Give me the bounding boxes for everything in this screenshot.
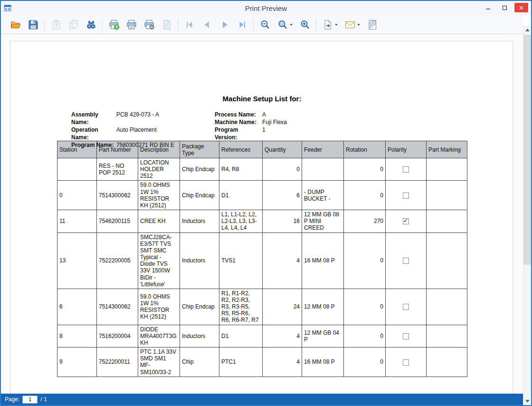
rotation-cell: 0 xyxy=(344,158,386,181)
part-marking-cell xyxy=(427,325,467,347)
report-page: Machine Setup List for: Assembly Name:PC… xyxy=(10,41,513,394)
polarity-cell xyxy=(386,158,427,181)
zoom-icon xyxy=(277,19,288,30)
find-button[interactable] xyxy=(82,17,100,32)
minimize-icon xyxy=(485,5,491,10)
polarity-checkbox xyxy=(403,359,409,366)
part-marking-cell xyxy=(427,289,467,325)
next-page-button[interactable] xyxy=(216,17,233,32)
last-page-button[interactable] xyxy=(233,17,251,32)
assembly-name-value: PCB 429-073 - A xyxy=(116,111,159,126)
print-status-button[interactable]: ? xyxy=(105,17,123,32)
print-button[interactable] xyxy=(123,17,140,32)
report-title: Machine Setup List for: xyxy=(57,95,467,103)
station-cell: 0 xyxy=(57,181,97,210)
zoom-out-button[interactable] xyxy=(256,17,274,32)
polarity-cell xyxy=(386,348,427,377)
email-button[interactable] xyxy=(341,17,363,32)
part-number-cell: 7522200005 xyxy=(97,232,138,289)
zoom-button[interactable] xyxy=(274,17,296,32)
page-total: / 1 xyxy=(40,396,47,403)
window-title: Print Preview xyxy=(1,4,531,12)
vertical-scrollbar[interactable] xyxy=(523,26,531,405)
scroll-up-button[interactable] xyxy=(523,26,531,34)
watermark-button[interactable] xyxy=(363,17,381,32)
titlebar: Print Preview xyxy=(1,1,531,15)
table-row: RES - NO POP 2512LOCATION HOLDER 2512Chi… xyxy=(57,158,467,181)
setup-table: StationPart NumberDescriptionPackage Typ… xyxy=(57,141,467,377)
program-version-value: 1 xyxy=(262,126,266,141)
part-marking-cell xyxy=(427,181,467,210)
printer-status-icon: ? xyxy=(108,19,120,30)
rotation-cell: 0 xyxy=(344,232,386,289)
program-name-value: 7580300271 RD BIN E xyxy=(116,141,174,149)
references-cell: R4, R8 xyxy=(219,158,263,181)
operation-name-label: Operation Name: xyxy=(71,126,116,141)
polarity-checkbox xyxy=(403,258,409,264)
zoom-in-button[interactable] xyxy=(296,17,314,32)
polarity-checkbox xyxy=(403,218,409,224)
print-batch-button[interactable] xyxy=(65,17,82,32)
station-cell xyxy=(57,158,97,181)
polarity-checkbox xyxy=(403,193,409,199)
package-type-cell: Inductors xyxy=(180,325,219,347)
description-cell: SMCJ28CA-E3/57T TVS SMT SMC Typical - Di… xyxy=(138,232,180,289)
page-setup-button[interactable] xyxy=(158,17,175,32)
report-meta: Assembly Name:PCB 429-073 - A Operation … xyxy=(57,111,467,135)
open-button[interactable] xyxy=(7,17,24,32)
clipboard-button[interactable]: ? xyxy=(47,17,65,32)
polarity-checkbox xyxy=(403,333,409,339)
minimize-button[interactable] xyxy=(481,3,495,12)
part-number-cell: 7522200011 xyxy=(97,348,138,377)
feeder-cell xyxy=(302,158,344,181)
watermark-icon xyxy=(367,19,378,30)
export-button[interactable] xyxy=(319,17,341,32)
polarity-cell xyxy=(386,289,427,325)
table-row: 117546200115CREE KHInductorsL1, L1-L2, L… xyxy=(57,210,467,232)
feeder-cell: 12 MM GB 08 P MINI CREED xyxy=(302,210,344,232)
page-number-input[interactable] xyxy=(22,396,38,404)
scrollbar-thumb[interactable] xyxy=(524,35,531,264)
references-cell: D1 xyxy=(219,181,263,210)
station-cell: 9 xyxy=(57,348,97,377)
maximize-button[interactable] xyxy=(498,3,512,12)
first-page-button[interactable] xyxy=(180,17,198,32)
description-cell: DIODE MRA4007T3G KH xyxy=(138,325,180,347)
first-page-icon xyxy=(184,19,195,30)
dropdown-caret-icon xyxy=(357,23,361,26)
rotation-cell: 0 xyxy=(344,289,386,325)
feeder-cell: 16 MM 08 P xyxy=(302,348,344,377)
close-button[interactable] xyxy=(514,3,528,12)
save-icon xyxy=(28,19,39,30)
part-number-cell: 7516200004 xyxy=(97,325,138,347)
svg-text:?: ? xyxy=(115,25,117,29)
quantity-cell: 6 xyxy=(263,181,302,210)
polarity-cell xyxy=(386,232,427,289)
previous-page-button[interactable] xyxy=(198,17,216,32)
part-marking-cell xyxy=(427,210,467,232)
print-batch-icon xyxy=(68,19,79,30)
meta-right-block: Process Name:A Machine Name:Fuji Flexa P… xyxy=(215,111,287,141)
print-settings-button[interactable] xyxy=(140,17,158,32)
toolbar-separator xyxy=(253,19,254,31)
table-row: 0751430006259.0 OHMS 1W 1% RESISTOR KH (… xyxy=(57,181,467,210)
description-cell: 59.0 OHMS 1W 1% RESISTOR KH (2512) xyxy=(138,181,180,210)
scroll-down-button[interactable] xyxy=(523,397,531,405)
scroll-down-icon xyxy=(525,400,530,403)
printer-icon xyxy=(126,19,137,30)
feeder-cell: - DUMP BUCKET - xyxy=(302,181,344,210)
table-row: 6751430006259.0 OHMS 1W 1% RESISTOR KH (… xyxy=(57,289,467,325)
machine-name-label: Machine Name: xyxy=(215,118,262,126)
app-window-icon xyxy=(4,4,11,12)
program-name-label: Program Name: xyxy=(71,141,116,149)
operation-name-value: Auto Placement xyxy=(116,126,157,141)
references-cell: L1, L1-L2, L2, L2-L3, L3, L3-L4, L4, L4 xyxy=(219,210,263,232)
save-button[interactable] xyxy=(24,17,42,32)
rotation-cell: 0 xyxy=(344,325,386,347)
setup-table-body: RES - NO POP 2512LOCATION HOLDER 2512Chi… xyxy=(57,158,467,377)
quantity-cell: 16 xyxy=(263,210,302,232)
part-marking-cell xyxy=(427,232,467,289)
quantity-cell: 24 xyxy=(263,289,302,325)
quantity-cell: 0 xyxy=(263,158,302,181)
polarity-cell xyxy=(386,181,427,210)
